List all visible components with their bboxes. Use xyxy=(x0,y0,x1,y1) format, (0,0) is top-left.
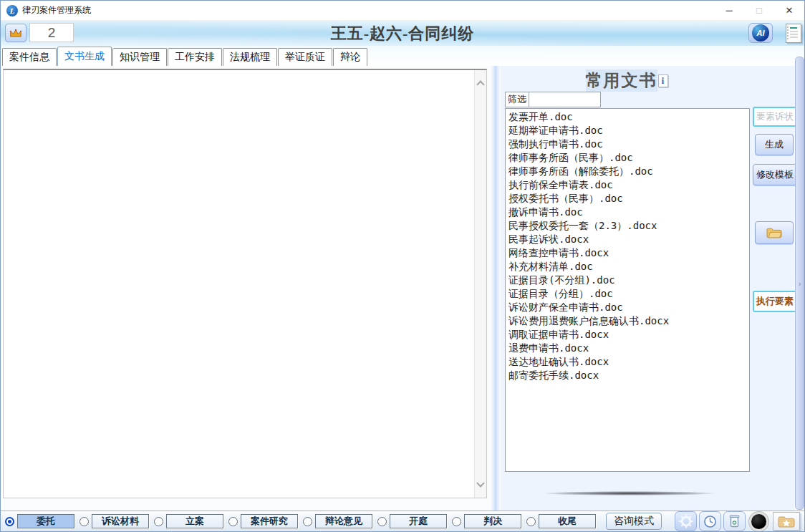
stage-radio-icon[interactable] xyxy=(303,517,312,526)
filter-label: 筛选 xyxy=(505,92,529,107)
stage-label[interactable]: 委托 xyxy=(17,514,74,528)
consult-mode-button[interactable]: 咨询模式 xyxy=(606,513,662,530)
stage-label[interactable]: 诉讼材料 xyxy=(92,514,149,528)
stage-option[interactable]: 立案 xyxy=(154,514,223,528)
generate-button[interactable]: 生成 xyxy=(755,134,794,155)
maximize-button[interactable]: □ xyxy=(744,1,774,20)
stage-bar: 委托 诉讼材料 立案 案件研究 xyxy=(1,511,804,531)
stage-option[interactable]: 辩论意见 xyxy=(303,514,372,528)
element-complaint-button[interactable]: 要素诉状 xyxy=(753,107,797,127)
stage-option[interactable]: 开庭 xyxy=(377,514,447,528)
window-title: 律刃案件管理系统 xyxy=(22,4,91,16)
main-tab[interactable]: 工作安排 xyxy=(168,48,222,66)
panel-title: 常用文书 xyxy=(586,69,657,92)
trash-bin-icon xyxy=(729,515,740,528)
case-title: 王五-赵六-合同纠纷 xyxy=(331,23,475,44)
document-list-item[interactable]: 网络查控申请书.docx xyxy=(506,246,749,260)
execute-elements-button[interactable]: 执行要素 xyxy=(753,291,797,312)
ai-icon: AI xyxy=(752,24,769,42)
document-preview-panel[interactable] xyxy=(3,69,487,498)
collapse-panel-strip[interactable]: › xyxy=(795,57,804,510)
stage-label[interactable]: 案件研究 xyxy=(241,514,298,528)
stage-label[interactable]: 开庭 xyxy=(390,514,447,528)
document-list-item[interactable]: 送达地址确认书.docx xyxy=(506,355,749,369)
favorites-folder-button[interactable] xyxy=(773,512,800,531)
minimize-button[interactable]: ─ xyxy=(714,1,744,20)
app-logo-icon: L xyxy=(6,5,18,16)
open-folder-button[interactable] xyxy=(755,221,794,244)
document-list-item[interactable]: 律师事务所函（民事）.doc xyxy=(506,151,749,165)
document-list-item[interactable]: 授权委托书（民事）.doc xyxy=(506,192,749,205)
tab-label: 工作安排 xyxy=(175,51,215,64)
stage-radio-icon[interactable] xyxy=(452,517,461,526)
document-list-item[interactable]: 证据目录（分组）.doc xyxy=(506,287,749,301)
main-tab[interactable]: 文书生成 xyxy=(57,47,112,66)
preview-scrollbar[interactable] xyxy=(474,70,486,498)
stage-label[interactable]: 辩论意见 xyxy=(315,514,372,528)
main-tab[interactable]: 知识管理 xyxy=(112,48,167,66)
scroll-up-icon[interactable] xyxy=(476,80,484,88)
crown-icon xyxy=(9,29,22,38)
document-list-item[interactable]: 邮寄委托手续.docx xyxy=(506,369,749,382)
stage-radio-icon[interactable] xyxy=(79,517,89,526)
ai-assistant-button[interactable]: AI xyxy=(748,23,773,43)
folder-icon xyxy=(766,228,782,238)
decorative-swoosh xyxy=(544,491,715,495)
stage-radio-icon[interactable] xyxy=(377,517,387,526)
stage-option[interactable]: 委托 xyxy=(5,514,74,528)
document-list-item[interactable]: 律师事务所函（解除委托）.doc xyxy=(506,165,749,178)
main-tab[interactable]: 案件信息 xyxy=(2,48,57,66)
document-list-item[interactable]: 诉讼财产保全申请书.doc xyxy=(506,301,749,314)
stage-label[interactable]: 收尾 xyxy=(539,514,596,528)
stage-radio-icon[interactable] xyxy=(526,517,536,526)
document-list-item[interactable]: 民事授权委托一套（2.3）.docx xyxy=(506,219,749,233)
document-list-item[interactable]: 补充材料清单.doc xyxy=(506,260,749,274)
app-window: L 律刃案件管理系统 ─ □ ✕ 王五-赵六-合同纠纷 2 AI xyxy=(0,0,805,532)
document-list-item[interactable]: 证据目录(不分组).doc xyxy=(506,274,749,287)
scroll-down-icon[interactable] xyxy=(476,479,484,487)
notebook-button[interactable] xyxy=(786,24,801,43)
document-list-item[interactable]: 执行前保全申请表.doc xyxy=(506,178,749,192)
stage-radio-icon[interactable] xyxy=(154,517,163,526)
main-area: 常用文书i 筛选 发票开单.doc 延期举证申请书.doc 强制执行申请书.do… xyxy=(1,66,804,511)
document-list-item[interactable]: 强制执行申请书.doc xyxy=(506,137,749,151)
stage-radio-icon[interactable] xyxy=(228,517,238,526)
gear-icon xyxy=(679,514,693,528)
trash-button[interactable] xyxy=(723,511,746,531)
info-icon[interactable]: i xyxy=(658,74,668,87)
chevron-right-icon: › xyxy=(799,279,801,288)
record-dot-icon[interactable] xyxy=(751,514,766,529)
crown-button[interactable] xyxy=(5,24,26,42)
tab-label: 举证质证 xyxy=(285,51,325,64)
clock-button[interactable] xyxy=(699,511,721,531)
settings-button[interactable] xyxy=(675,511,697,531)
filter-input[interactable] xyxy=(529,92,601,107)
document-list-item[interactable]: 发票开单.doc xyxy=(506,110,749,124)
tab-label: 辩论 xyxy=(340,51,360,64)
document-list-item[interactable]: 退费申请书.docx xyxy=(506,342,749,355)
main-tab[interactable]: 举证质证 xyxy=(278,48,332,66)
clock-icon xyxy=(703,515,717,528)
document-list[interactable]: 发票开单.doc 延期举证申请书.doc 强制执行申请书.doc 律师事务所函（… xyxy=(505,108,750,472)
common-documents-panel: 常用文书i 筛选 发票开单.doc 延期举证申请书.doc 强制执行申请书.do… xyxy=(501,66,794,511)
main-tab[interactable]: 辩论 xyxy=(333,48,367,66)
main-tab[interactable]: 法规梳理 xyxy=(223,48,277,66)
stage-option[interactable]: 诉讼材料 xyxy=(79,514,149,528)
document-list-item[interactable]: 撤诉申请书.doc xyxy=(506,205,749,219)
tab-label: 文书生成 xyxy=(64,50,105,63)
panel-title-row: 常用文书i xyxy=(501,69,753,92)
stage-option[interactable]: 收尾 xyxy=(526,514,596,528)
document-list-item[interactable]: 延期举证申请书.doc xyxy=(506,124,749,137)
case-count-box[interactable]: 2 xyxy=(29,23,74,42)
stage-radio-icon[interactable] xyxy=(5,517,14,526)
document-list-item[interactable]: 调取证据申请书.docx xyxy=(506,328,749,342)
document-list-item[interactable]: 诉讼费用退费账户信息确认书.docx xyxy=(506,314,749,328)
stage-label[interactable]: 判决 xyxy=(464,514,521,528)
panel-splitter[interactable] xyxy=(491,66,501,511)
stage-option[interactable]: 案件研究 xyxy=(228,514,298,528)
document-list-item[interactable]: 民事起诉状.docx xyxy=(506,233,749,246)
stage-option[interactable]: 判决 xyxy=(452,514,521,528)
stage-label[interactable]: 立案 xyxy=(166,514,223,528)
close-button[interactable]: ✕ xyxy=(774,1,804,20)
edit-template-button[interactable]: 修改模板 xyxy=(753,164,797,185)
